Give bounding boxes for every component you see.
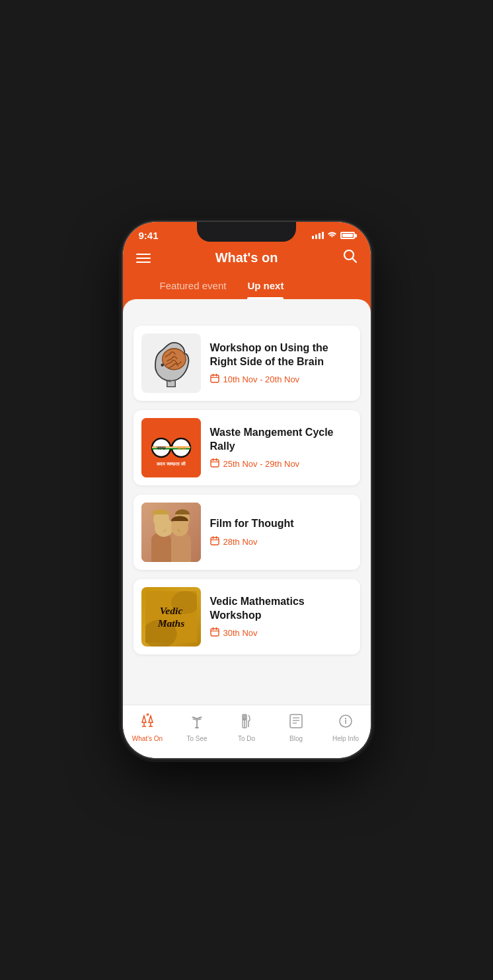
nav-to-do[interactable]: To Do (222, 711, 272, 745)
svg-point-27 (155, 518, 173, 537)
bottom-nav: What's On To See (123, 705, 371, 758)
event-info-1: Workshop on Using the Right Side of the … (210, 341, 352, 386)
event-title-2: Waste Mangement Cycle Rally (210, 426, 352, 454)
nav-blog[interactable]: Blog (272, 711, 321, 745)
phone-screen: 9:41 (123, 222, 371, 758)
tab-up-next[interactable]: Up next (237, 273, 294, 299)
svg-line-47 (147, 715, 149, 716)
nav-label-blog: Blog (289, 735, 303, 742)
nav-label-to-see: To See (186, 735, 207, 742)
status-bar: 9:41 (123, 222, 371, 244)
status-time: 9:41 (139, 230, 159, 241)
event-title-1: Workshop on Using the Right Side of the … (210, 341, 352, 369)
phone-frame: 9:41 (123, 222, 371, 758)
svg-rect-53 (290, 715, 302, 728)
event-date-2: 25th Nov - 29th Nov (210, 458, 352, 470)
battery-icon (340, 232, 355, 239)
film-image (141, 503, 201, 562)
calendar-icon-3 (210, 536, 219, 547)
svg-point-28 (171, 519, 188, 536)
event-date-3: 28th Nov (210, 536, 352, 547)
blog-icon (288, 713, 304, 733)
event-card-4[interactable]: Vedic Maths Vedic Mathematics Workshop (133, 579, 360, 654)
hamburger-menu-icon[interactable] (136, 254, 151, 263)
svg-text:स्वच्छ: स्वच्छ (156, 446, 166, 450)
event-title-3: Film for Thought (210, 517, 352, 531)
to-do-icon (239, 713, 254, 733)
nav-help[interactable]: i Help Info (321, 711, 371, 745)
svg-point-59 (345, 718, 346, 719)
header-curve (123, 299, 371, 319)
app-header: What's on Featured event Up next (123, 244, 371, 299)
svg-text:Maths: Maths (157, 617, 184, 629)
event-image-2: स्वच्छ भारत कदम स्वच्छता की (141, 418, 201, 477)
swachh-image: स्वच्छ भारत कदम स्वच्छता की (141, 418, 201, 477)
nav-to-see[interactable]: To See (172, 711, 222, 745)
calendar-icon-4 (210, 627, 219, 639)
signal-bars-icon (312, 232, 324, 239)
svg-rect-29 (211, 538, 219, 545)
tab-featured-event[interactable]: Featured event (149, 273, 237, 299)
search-icon[interactable] (343, 249, 358, 267)
event-info-2: Waste Mangement Cycle Rally 25th Nov - 2… (210, 426, 352, 470)
tabs-container: Featured event Up next (136, 273, 358, 299)
event-image-4: Vedic Maths (141, 587, 201, 647)
header-title: What's on (215, 250, 278, 265)
event-image-3 (141, 503, 201, 562)
event-date-1: 10th Nov - 20th Nov (210, 374, 352, 385)
whats-on-icon (139, 713, 156, 733)
event-info-4: Vedic Mathematics Workshop 30th Nov (210, 595, 352, 639)
svg-text:Vedic: Vedic (159, 605, 182, 616)
svg-text:भारत: भारत (176, 446, 186, 450)
wifi-icon (327, 230, 337, 240)
header-row: What's on (136, 249, 358, 273)
calendar-icon-1 (210, 374, 219, 385)
calendar-icon-2 (210, 458, 219, 470)
nav-whats-on[interactable]: What's On (123, 711, 172, 745)
svg-point-4 (161, 363, 163, 366)
event-image-1 (141, 333, 201, 393)
svg-rect-19 (211, 460, 219, 467)
to-see-icon (189, 713, 205, 733)
svg-rect-38 (211, 629, 219, 636)
events-list: Workshop on Using the Right Side of the … (123, 319, 371, 705)
help-icon: i (338, 713, 354, 733)
event-card-1[interactable]: Workshop on Using the Right Side of the … (133, 326, 360, 401)
event-date-4: 30th Nov (210, 627, 352, 639)
nav-label-whats-on: What's On (132, 735, 163, 742)
event-info-3: Film for Thought 28th Nov (210, 517, 352, 547)
svg-rect-5 (211, 375, 219, 382)
status-icons (312, 230, 355, 240)
event-card-3[interactable]: Film for Thought 28th Nov (133, 495, 360, 570)
svg-text:कदम स्वच्छता की: कदम स्वच्छता की (156, 461, 186, 466)
nav-label-help: Help Info (332, 735, 359, 742)
nav-label-to-do: To Do (238, 735, 255, 742)
event-title-4: Vedic Mathematics Workshop (210, 595, 352, 623)
vedic-image: Vedic Maths (141, 587, 201, 647)
svg-line-46 (147, 714, 148, 715)
event-card-2[interactable]: स्वच्छ भारत कदम स्वच्छता की Waste Mangem… (133, 410, 360, 485)
svg-line-1 (352, 259, 356, 263)
brain-image (141, 333, 201, 393)
